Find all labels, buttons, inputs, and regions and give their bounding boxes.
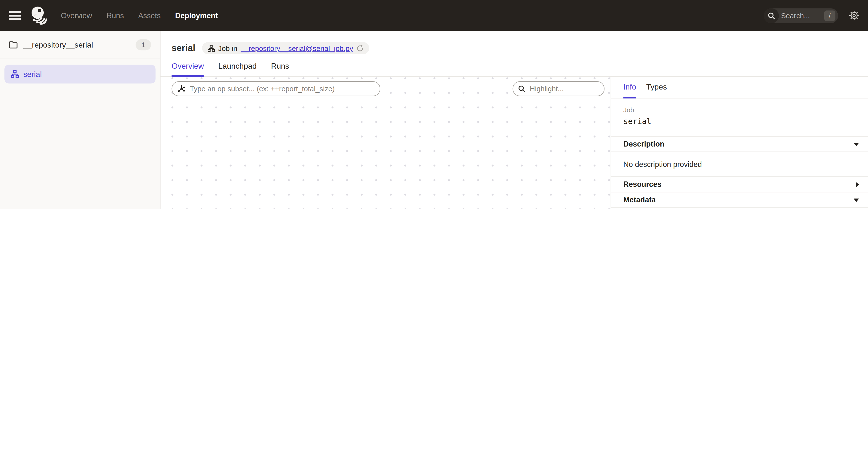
top-nav: Overview Runs Assets Deployment / xyxy=(0,0,868,31)
op-graph-canvas[interactable]: get_file_sizes Any file_sizes Any xyxy=(160,77,611,209)
tab-overview[interactable]: Overview xyxy=(172,61,204,77)
job-count-badge: 1 xyxy=(135,39,151,50)
caret-right-icon xyxy=(856,182,859,187)
job-summary: Job serial xyxy=(611,99,868,136)
divider xyxy=(611,207,868,208)
tab-types[interactable]: Types xyxy=(646,82,667,99)
search-icon xyxy=(764,8,779,23)
dagster-logo-icon[interactable] xyxy=(30,6,50,26)
global-search[interactable]: / xyxy=(764,8,838,23)
main-content: serial Job in __repository__serial@seria… xyxy=(160,31,868,209)
search-icon xyxy=(518,85,525,93)
search-input[interactable] xyxy=(779,11,824,20)
job-file-link[interactable]: __repository__serial@serial_job.py xyxy=(241,44,353,52)
repository-name: __repository__serial xyxy=(23,40,130,49)
job-tabs: Overview Launchpad Runs xyxy=(160,61,868,77)
job-name: serial xyxy=(623,117,856,126)
page-header: serial Job in __repository__serial@seria… xyxy=(160,31,868,58)
search-shortcut-badge: / xyxy=(824,10,835,21)
sidebar-item-label: serial xyxy=(23,70,42,78)
caret-down-icon xyxy=(854,142,859,146)
panel-tabs: Info Types xyxy=(611,82,868,99)
highlight-filter[interactable] xyxy=(513,81,604,96)
primary-nav: Overview Runs Assets Deployment xyxy=(61,11,218,20)
job-origin-tag: Job in __repository__serial@serial_job.p… xyxy=(202,42,369,54)
hamburger-menu-icon[interactable] xyxy=(9,11,21,20)
tab-info[interactable]: Info xyxy=(623,82,636,99)
description-body: No description provided xyxy=(611,151,868,177)
nav-item-assets[interactable]: Assets xyxy=(138,11,160,20)
nav-item-deployment[interactable]: Deployment xyxy=(175,11,218,20)
folder-icon xyxy=(9,41,18,49)
tab-launchpad[interactable]: Launchpad xyxy=(218,61,257,77)
section-metadata[interactable]: Metadata xyxy=(611,192,868,207)
op-subset-filter[interactable] xyxy=(172,81,380,96)
section-description[interactable]: Description xyxy=(611,136,868,151)
highlight-input[interactable] xyxy=(529,84,599,93)
job-icon xyxy=(11,70,19,78)
nav-item-runs[interactable]: Runs xyxy=(106,11,124,20)
settings-gear-icon[interactable] xyxy=(849,10,859,21)
tab-runs[interactable]: Runs xyxy=(271,61,289,77)
job-label: Job xyxy=(623,106,856,114)
nav-item-overview[interactable]: Overview xyxy=(61,11,92,20)
dagster-app: Overview Runs Assets Deployment / xyxy=(0,0,868,209)
reload-icon[interactable] xyxy=(356,44,364,52)
op-subset-input[interactable] xyxy=(189,84,375,93)
caret-down-icon xyxy=(854,198,859,202)
repository-header[interactable]: __repository__serial 1 xyxy=(0,31,160,59)
job-tag-prefix: Job in xyxy=(218,44,237,52)
job-icon xyxy=(208,44,215,52)
sidebar-item-serial[interactable]: serial xyxy=(4,65,155,83)
section-title: Description xyxy=(623,140,664,148)
page-title: serial xyxy=(172,43,195,53)
op-selector-icon xyxy=(177,85,185,93)
section-resources[interactable]: Resources xyxy=(611,176,868,192)
sidebar: __repository__serial 1 serial xyxy=(0,31,160,209)
info-panel: Info Types Job serial Description No des… xyxy=(611,77,868,209)
section-title: Metadata xyxy=(623,196,655,204)
section-title: Resources xyxy=(623,180,661,189)
